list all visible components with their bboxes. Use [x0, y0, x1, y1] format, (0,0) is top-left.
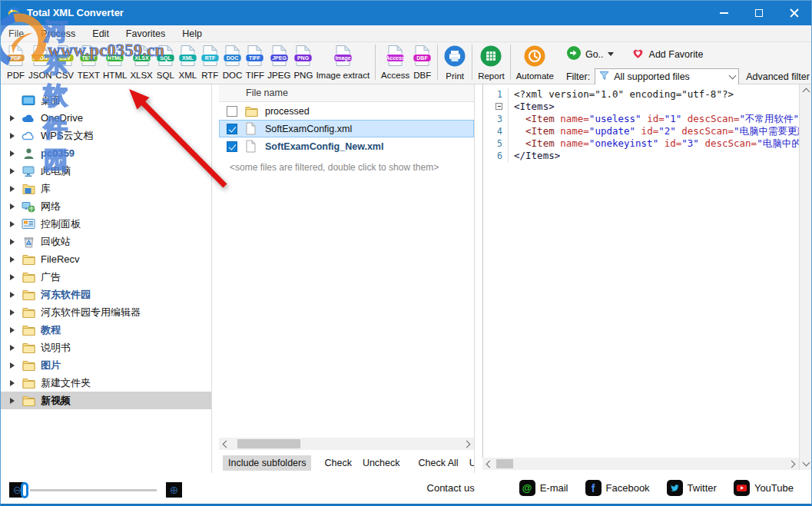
convert-to-png-button[interactable]: PNGPNG	[292, 42, 314, 80]
expand-arrow-icon[interactable]	[10, 133, 15, 139]
file-list-horizontal-scrollbar[interactable]	[219, 438, 474, 450]
filtered-files-note[interactable]: <some files are filtered, double click t…	[219, 155, 474, 173]
expand-arrow-icon[interactable]	[10, 256, 15, 263]
expand-arrow-icon[interactable]	[10, 203, 15, 210]
convert-to-jpeg-button[interactable]: JPEGJPEG	[266, 42, 292, 80]
expand-arrow-icon[interactable]	[10, 115, 15, 121]
file-row[interactable]: SoftExamConfig.xml	[219, 120, 474, 137]
tree-item[interactable]: 控制面板	[0, 215, 211, 233]
print-button[interactable]: Print	[442, 42, 468, 81]
zoom-slider-track[interactable]	[30, 489, 157, 491]
convert-to-xlsx-button[interactable]: XLSXXLSX	[128, 42, 154, 80]
check-all-button[interactable]: Check All	[413, 455, 464, 471]
convert-to-pdf-button[interactable]: PDFPDF	[5, 42, 27, 80]
xml-horizontal-scrollbar[interactable]	[482, 458, 799, 470]
scroll-left-icon[interactable]	[482, 458, 495, 470]
tree-item[interactable]: 网络	[0, 197, 211, 215]
expand-arrow-icon[interactable]	[10, 168, 15, 174]
xml-vertical-scrollbar[interactable]	[799, 84, 811, 470]
filter-combobox[interactable]: All supported files	[595, 68, 739, 85]
xml-code-area[interactable]: 1<?xml version="1.0" encoding="utf-8"?><…	[483, 84, 799, 162]
tree-item[interactable]: OneDrive	[0, 109, 211, 127]
scroll-up-icon[interactable]	[800, 84, 812, 97]
convert-to-image-extract-button[interactable]: ImageImage extract	[314, 42, 371, 80]
tree-item[interactable]: FileRecv	[0, 250, 211, 268]
scroll-down-icon[interactable]	[800, 458, 812, 470]
unc-button[interactable]: Unc	[464, 455, 475, 471]
automate-button[interactable]: Automate	[515, 42, 555, 81]
file-checkbox[interactable]	[227, 141, 237, 152]
contact-us-link[interactable]: Contact us	[427, 482, 475, 494]
convert-to-tiff-button[interactable]: TIFFTIFF	[244, 42, 266, 80]
tree-item[interactable]: 教程	[0, 321, 211, 339]
expand-arrow-icon[interactable]	[10, 380, 15, 386]
tree-item[interactable]: WPS云文档	[0, 127, 211, 144]
file-row[interactable]: processed	[219, 102, 474, 120]
minimize-button[interactable]	[706, 0, 741, 25]
tree-item[interactable]: pc0359	[0, 144, 211, 162]
convert-to-html-button[interactable]: HTMLHTML	[101, 42, 128, 80]
file-checkbox[interactable]	[227, 124, 237, 134]
convert-to-access-button[interactable]: AccessAccess	[379, 42, 411, 80]
scroll-right-icon[interactable]	[787, 458, 799, 470]
convert-to-rtf-button[interactable]: RTFRTF	[199, 42, 221, 80]
maximize-button[interactable]	[741, 0, 777, 25]
tree-item[interactable]: 河东软件园	[0, 286, 211, 303]
zoom-slider-thumb[interactable]	[21, 482, 28, 498]
convert-to-doc-button[interactable]: DOCDOC	[221, 42, 244, 80]
tree-item[interactable]: 桌面	[0, 91, 211, 109]
advanced-filter-link[interactable]: Advanced filter	[746, 71, 810, 82]
twitter-link[interactable]: Twitter	[667, 480, 717, 496]
scroll-left-icon[interactable]	[219, 438, 231, 450]
convert-to-text-button[interactable]: TEXTTEXT	[76, 42, 101, 80]
convert-to-sql-button[interactable]: SQLSQL	[154, 42, 177, 80]
email-link[interactable]: @E-mail	[519, 480, 568, 496]
file-name-column-header[interactable]: File name	[246, 88, 288, 98]
file-row[interactable]: SoftExamConfig_New.xml	[219, 137, 474, 155]
check-button[interactable]: Check	[319, 455, 356, 471]
expand-arrow-icon[interactable]	[10, 309, 15, 316]
expand-arrow-icon[interactable]	[10, 186, 15, 192]
menu-item-help[interactable]: Help	[174, 27, 210, 41]
include-subfolders-button[interactable]: Include subfolders	[223, 455, 311, 471]
tree-item[interactable]: 说明书	[0, 339, 211, 356]
convert-to-xml-button[interactable]: XMLXML	[177, 42, 199, 80]
tree-item[interactable]: 新视频	[0, 392, 211, 409]
expand-arrow-icon[interactable]	[10, 150, 15, 157]
tree-item[interactable]: 此电脑	[0, 162, 211, 180]
close-button[interactable]	[777, 0, 812, 25]
file-checkbox[interactable]	[227, 106, 237, 117]
report-button[interactable]: Report	[476, 42, 506, 81]
expand-arrow-icon[interactable]	[10, 345, 15, 351]
chevron-down-icon[interactable]	[729, 72, 737, 80]
tree-item[interactable]: 广告	[0, 268, 211, 286]
scrollbar-thumb[interactable]	[496, 459, 513, 468]
go-dropdown-caret[interactable]	[608, 52, 614, 56]
convert-to-json-button[interactable]: JSONJSON	[27, 42, 54, 80]
menu-item-file[interactable]: File	[0, 27, 32, 41]
youtube-link[interactable]: YouTube	[734, 480, 794, 496]
go-button[interactable]: Go..	[585, 49, 604, 60]
expand-arrow-icon[interactable]	[10, 327, 15, 333]
expand-arrow-icon[interactable]	[10, 398, 15, 404]
expand-arrow-icon[interactable]	[10, 239, 15, 245]
file-list-header[interactable]: File name	[219, 84, 474, 102]
tree-item[interactable]: 回收站	[0, 233, 211, 250]
convert-to-dbf-button[interactable]: DBFDBF	[411, 42, 433, 80]
menu-item-edit[interactable]: Edit	[84, 27, 118, 41]
facebook-link[interactable]: fFacebook	[585, 480, 650, 496]
add-favorite-button[interactable]: Add Favorite	[649, 49, 704, 60]
tree-item[interactable]: 河东软件园专用编辑器	[0, 303, 211, 321]
scrollbar-thumb[interactable]	[237, 439, 300, 448]
menu-item-process[interactable]: Process	[32, 27, 84, 41]
tree-item[interactable]: 新建文件夹	[0, 374, 211, 392]
expand-arrow-icon[interactable]	[10, 221, 15, 227]
menu-item-favorites[interactable]: Favorites	[118, 27, 174, 41]
scroll-right-icon[interactable]	[462, 438, 474, 450]
convert-to-csv-button[interactable]: CSVCSV	[54, 42, 76, 80]
expand-arrow-icon[interactable]	[10, 274, 15, 280]
uncheck-button[interactable]: Uncheck	[357, 455, 406, 471]
tree-item[interactable]: 库	[0, 180, 211, 197]
fold-collapse-icon[interactable]	[495, 103, 502, 110]
tree-item[interactable]: 图片	[0, 356, 211, 374]
